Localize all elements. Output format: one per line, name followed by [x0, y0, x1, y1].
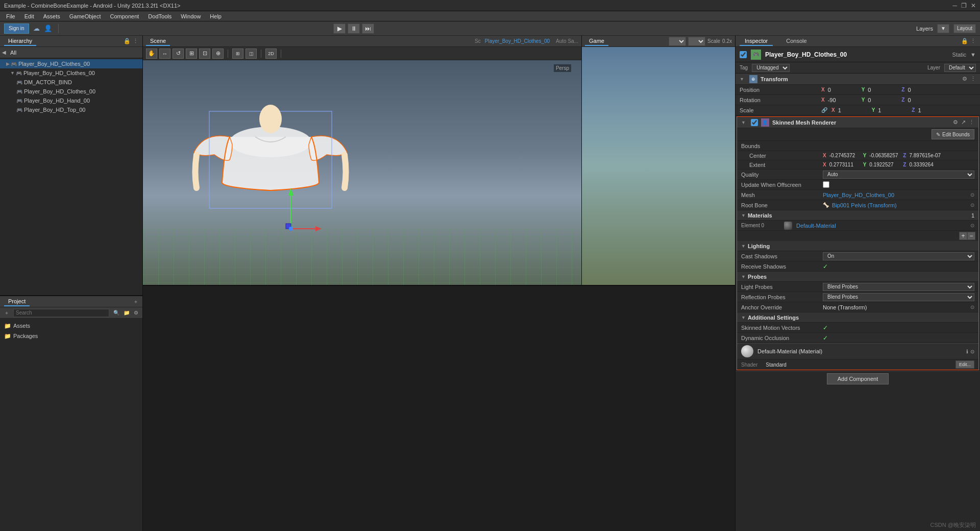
display-dropdown[interactable] — [669, 37, 686, 46]
obj-enabled-checkbox[interactable] — [740, 51, 747, 58]
mesh-link[interactable]: Player_Boy_HD_Clothes_00 — [823, 192, 894, 198]
layers-dropdown[interactable]: ▼ — [937, 24, 949, 33]
inspector-menu-icon[interactable]: ⋮ — [970, 38, 976, 44]
smr-component-header[interactable]: ▼ 👤 Skinned Mesh Renderer ⚙ ↗ ⋮ — [737, 117, 978, 128]
transform-label: Transform — [761, 76, 959, 82]
smr-label: Skinned Mesh Renderer — [772, 119, 950, 126]
persp-label: Persp — [554, 64, 571, 72]
project-tab[interactable]: Project — [4, 297, 30, 306]
project-search-input[interactable] — [13, 309, 109, 317]
grid-btn[interactable]: ⊞ — [232, 49, 243, 59]
game-tab[interactable]: Game — [585, 37, 608, 46]
hierarchy-lock-icon[interactable]: 🔒 — [124, 38, 131, 44]
add-material-btn[interactable]: + — [959, 232, 967, 240]
hier-item-4[interactable]: 🎮 Player_Boy_HD_Hand_00 — [0, 96, 142, 105]
reflection-probes-dropdown[interactable]: Blend Probes — [823, 293, 974, 301]
hierarchy-tab[interactable]: Hierarchy — [4, 37, 36, 46]
mat-info-icon[interactable]: ℹ — [966, 349, 968, 354]
transform-component-header[interactable]: ▼ ⊕ Transform ⚙ ⋮ — [736, 74, 980, 85]
root-bone-dot-icon[interactable]: ⊙ — [970, 202, 974, 208]
edit-shader-btn[interactable]: Edit... — [955, 360, 974, 369]
rect-tool-btn[interactable]: ⊡ — [199, 49, 210, 59]
proj-icon2[interactable]: 📁 — [124, 310, 130, 316]
window-controls[interactable]: ─ ❐ ✕ — [952, 2, 976, 9]
cloud-icon[interactable]: ☁ — [33, 25, 40, 32]
transform-more-icon[interactable]: ⋮ — [970, 76, 976, 82]
menu-file[interactable]: File — [2, 12, 19, 20]
collab-icon[interactable]: 👤 — [44, 25, 52, 32]
hier-item-3[interactable]: 🎮 Player_Boy_HD_Clothes_00 — [0, 87, 142, 96]
transform-settings-icon[interactable]: ⚙ — [962, 76, 967, 82]
mode-btn[interactable]: ◫ — [246, 49, 257, 59]
toolbar-sep-1 — [58, 24, 59, 33]
update-offscreen-checkbox[interactable] — [823, 181, 829, 188]
hier-item-5[interactable]: 🎮 Player_Boy_HD_Top_00 — [0, 105, 142, 114]
smr-settings-icon[interactable]: ⚙ — [953, 119, 958, 126]
resolution-dropdown[interactable] — [688, 37, 705, 46]
move-tool-btn[interactable]: ↔ — [159, 49, 170, 59]
remove-material-btn[interactable]: − — [967, 232, 975, 240]
scene-tab[interactable]: Scene — [146, 37, 170, 46]
light-probes-dropdown[interactable]: Blend Probes — [823, 283, 974, 291]
project-packages-item[interactable]: 📁 Packages — [2, 331, 140, 341]
hier-item-root[interactable]: ▶ 🎮 Player_Boy_HD_Clothes_00 — [0, 59, 142, 68]
hier-item-2[interactable]: 🎮 DM_ACTOR_BIND — [0, 78, 142, 87]
proj-add-icon[interactable]: ＋ — [133, 298, 138, 305]
probes-section-header[interactable]: ▼ Probes — [737, 272, 978, 282]
hand-tool-btn[interactable]: ✋ — [146, 49, 157, 59]
menu-help[interactable]: Help — [206, 12, 226, 20]
project-assets-item[interactable]: 📁 Assets — [2, 321, 140, 331]
additional-settings-header[interactable]: ▼ Additional Settings — [737, 312, 978, 323]
proj-icon1[interactable]: 🔍 — [113, 310, 119, 316]
edit-bounds-button[interactable]: ✎ Edit Bounds — [932, 129, 974, 139]
add-component-button[interactable]: Add Component — [827, 373, 889, 384]
proj-icon3[interactable]: ⚙ — [134, 310, 138, 316]
hier-item-1[interactable]: ▼ 🎮 Player_Boy_HD_Clothes_00 — [0, 68, 142, 78]
menu-window[interactable]: Window — [177, 12, 205, 20]
materials-section-header[interactable]: ▼ Materials 1 — [737, 210, 978, 221]
pause-button[interactable]: ⏸ — [348, 23, 360, 34]
menu-component[interactable]: Component — [106, 12, 143, 20]
inspector-tab[interactable]: Inspector — [740, 37, 773, 46]
maximize-btn[interactable]: ❐ — [961, 2, 967, 9]
lighting-section-header[interactable]: ▼ Lighting — [737, 241, 978, 251]
menu-dodtools[interactable]: DodTools — [144, 12, 176, 20]
step-button[interactable]: ⏭ — [362, 23, 374, 34]
hierarchy-back-icon[interactable]: ◀ — [2, 50, 6, 55]
tag-dropdown[interactable]: Untagged — [752, 64, 790, 72]
layout-dropdown[interactable]: Layout — [953, 24, 976, 33]
proj-add-btn[interactable]: ＋ — [4, 309, 9, 317]
transform-tool-btn[interactable]: ⊕ — [212, 49, 224, 59]
hierarchy-menu-icon[interactable]: ⋮ — [133, 38, 138, 44]
bounds-label: Bounds — [741, 143, 823, 149]
rot-z-label: Z — [901, 97, 904, 103]
mesh-dot-icon[interactable]: ⊙ — [970, 192, 974, 198]
minimize-btn[interactable]: ─ — [952, 2, 957, 9]
quality-dropdown[interactable]: Auto — [823, 171, 974, 179]
inspector-lock-icon[interactable]: 🔒 — [961, 38, 968, 44]
root-bone-link[interactable]: Bip001 Pelvis (Transform) — [832, 202, 897, 208]
menu-bar: File Edit Assets GameObject Component Do… — [0, 11, 980, 21]
static-dropdown-icon[interactable]: ▼ — [970, 52, 976, 58]
scale-tool-btn[interactable]: ⊞ — [186, 49, 197, 59]
signin-button[interactable]: Sign in — [4, 23, 29, 34]
reflection-probes-label: Reflection Probes — [741, 294, 823, 300]
element0-value[interactable]: Default-Material — [796, 223, 836, 229]
2d-btn[interactable]: 2D — [265, 49, 277, 59]
smr-edit-icon[interactable]: ↗ — [961, 119, 966, 126]
element0-dot-icon[interactable]: ⊙ — [970, 223, 974, 228]
console-tab[interactable]: Console — [781, 37, 812, 46]
menu-assets[interactable]: Assets — [39, 12, 64, 20]
close-btn[interactable]: ✕ — [971, 2, 976, 9]
smr-more-icon[interactable]: ⋮ — [969, 119, 974, 126]
scale-y-label: Y — [872, 107, 875, 113]
play-button[interactable]: ▶ — [333, 23, 346, 34]
cast-shadows-dropdown[interactable]: On — [823, 252, 974, 260]
smr-enabled-checkbox[interactable] — [751, 119, 758, 126]
layer-dropdown[interactable]: Default — [944, 64, 976, 72]
anchor-dot-icon[interactable]: ⊙ — [970, 304, 974, 310]
rotate-tool-btn[interactable]: ↺ — [173, 49, 184, 59]
menu-gameobject[interactable]: GameObject — [65, 12, 105, 20]
menu-edit[interactable]: Edit — [20, 12, 38, 20]
mat-dot-icon[interactable]: ⊙ — [970, 349, 974, 354]
